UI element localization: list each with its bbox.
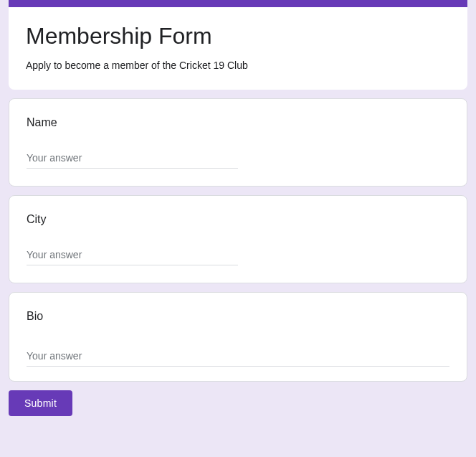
- question-card-city: City: [9, 195, 467, 283]
- question-label-bio: Bio: [27, 310, 449, 323]
- question-card-bio: Bio: [9, 292, 467, 382]
- bio-input[interactable]: [27, 347, 449, 367]
- form-header-card: Membership Form Apply to become a member…: [9, 0, 467, 90]
- question-label-name: Name: [27, 116, 449, 129]
- submit-button[interactable]: Submit: [9, 390, 72, 416]
- question-card-name: Name: [9, 98, 467, 187]
- question-label-city: City: [27, 213, 449, 226]
- city-input[interactable]: [27, 246, 238, 265]
- form-description: Apply to become a member of the Cricket …: [26, 58, 450, 72]
- name-input[interactable]: [27, 149, 238, 169]
- form-title: Membership Form: [26, 23, 450, 50]
